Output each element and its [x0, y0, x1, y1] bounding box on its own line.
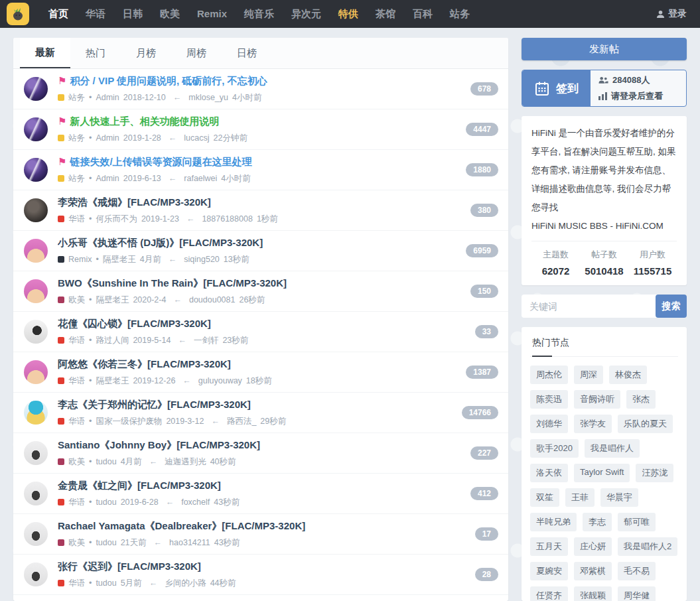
- nav-item[interactable]: 欧美: [151, 0, 188, 28]
- post-author[interactable]: 隔壁老王: [103, 254, 136, 265]
- last-replier[interactable]: foxchelf: [181, 498, 210, 507]
- nav-item[interactable]: 纯音乐: [236, 0, 283, 28]
- last-replier[interactable]: 路西法_: [227, 416, 256, 427]
- post-title-link[interactable]: 小乐哥《执迷不悟 (DJ版)》[FLAC/MP3-320K]: [58, 237, 263, 249]
- post-title-link[interactable]: Rachael Yamagata《Dealbreaker》[FLAC/MP3-3…: [58, 520, 305, 533]
- hot-tag[interactable]: 周华健: [618, 586, 656, 601]
- post-title-link[interactable]: 链接失效/上传错误等资源问题在这里处理: [70, 156, 251, 168]
- avatar[interactable]: [24, 563, 48, 586]
- avatar[interactable]: [24, 239, 48, 263]
- hot-tag[interactable]: 周深: [574, 366, 603, 384]
- last-replier[interactable]: siqing520: [184, 255, 220, 264]
- list-tab[interactable]: 月榜: [121, 38, 171, 68]
- post-category[interactable]: 站务: [68, 173, 85, 184]
- site-logo[interactable]: [7, 3, 29, 25]
- nav-item[interactable]: 站务: [441, 0, 478, 28]
- nav-item[interactable]: 日韩: [114, 0, 151, 28]
- last-replier[interactable]: mklose_yu: [188, 93, 228, 102]
- nav-item[interactable]: 首页: [40, 0, 77, 28]
- last-replier[interactable]: 乡间的小路: [165, 578, 206, 589]
- login-button[interactable]: 登录: [656, 8, 687, 20]
- avatar[interactable]: [24, 360, 48, 384]
- post-author[interactable]: 隔壁老王: [96, 295, 129, 306]
- hot-tag[interactable]: 郁可唯: [618, 513, 656, 531]
- hot-tag[interactable]: 五月天: [530, 537, 568, 556]
- hot-tag[interactable]: 林俊杰: [609, 366, 647, 384]
- hot-tag[interactable]: 庄心妍: [574, 537, 612, 556]
- hot-tag[interactable]: 我是唱作人2: [618, 537, 677, 556]
- post-category[interactable]: 华语: [68, 375, 85, 387]
- avatar[interactable]: [24, 522, 48, 546]
- hot-tag[interactable]: 夏婉安: [530, 562, 568, 580]
- hot-tag[interactable]: 张学友: [574, 415, 612, 433]
- search-button[interactable]: 搜索: [656, 295, 687, 318]
- hot-tag[interactable]: 王菲: [565, 488, 595, 507]
- post-title-link[interactable]: BWO《Sunshine In The Rain》[FLAC/MP3-320K]: [58, 277, 287, 290]
- post-category[interactable]: 华语: [68, 416, 85, 427]
- post-title-link[interactable]: 阿悠悠《你若三冬》[FLAC/MP3-320K]: [58, 358, 231, 371]
- hot-tag[interactable]: 陈奕迅: [530, 390, 568, 409]
- signin-widget[interactable]: 签到 284088人 请登录后查看: [522, 70, 687, 107]
- post-author[interactable]: tudou: [96, 457, 116, 466]
- last-replier[interactable]: guluyouway: [198, 376, 242, 385]
- post-category[interactable]: 欧美: [68, 295, 85, 306]
- post-author[interactable]: tudou: [96, 578, 116, 588]
- hot-tag[interactable]: 任贤齐: [530, 586, 568, 601]
- nav-item[interactable]: 百科: [404, 0, 441, 28]
- post-author[interactable]: tudou: [96, 538, 116, 547]
- hot-tag[interactable]: 邓紫棋: [574, 562, 612, 580]
- last-replier[interactable]: 18876188008: [202, 214, 252, 224]
- last-replier[interactable]: 迪迦遇到光: [165, 456, 206, 468]
- hot-tag[interactable]: 歌手2020: [530, 439, 579, 458]
- hot-tag[interactable]: 双笙: [530, 488, 559, 507]
- post-title-link[interactable]: 李荣浩《戒烟》[FLAC/MP3-320K]: [58, 196, 211, 209]
- last-replier[interactable]: doudou0081: [189, 295, 236, 304]
- post-author[interactable]: Admin: [96, 133, 119, 143]
- avatar[interactable]: [24, 441, 48, 465]
- post-category[interactable]: Remix: [68, 255, 92, 264]
- post-title-link[interactable]: Santiano《Johnny Boy》[FLAC/MP3-320K]: [58, 439, 260, 452]
- avatar[interactable]: [24, 401, 48, 425]
- search-input[interactable]: [522, 295, 658, 318]
- nav-item[interactable]: 异次元: [283, 0, 330, 28]
- hot-tag[interactable]: 周杰伦: [530, 366, 568, 384]
- list-tab[interactable]: 周榜: [171, 38, 222, 68]
- post-category[interactable]: 欧美: [68, 537, 85, 549]
- hot-tag[interactable]: Taylor Swift: [574, 464, 630, 482]
- post-author[interactable]: 路过人间: [96, 335, 129, 346]
- new-post-button[interactable]: 发新帖: [522, 38, 687, 60]
- post-category[interactable]: 欧美: [68, 456, 85, 468]
- last-replier[interactable]: rafaelwei: [184, 174, 217, 183]
- post-category[interactable]: 华语: [68, 335, 85, 346]
- post-title-link[interactable]: 花僮《囚心锁》[FLAC/MP3-320K]: [58, 318, 211, 330]
- list-tab[interactable]: 最新: [20, 38, 70, 68]
- hot-tag[interactable]: 李志: [583, 513, 612, 531]
- hot-tag[interactable]: 张靓颖: [574, 586, 612, 601]
- avatar[interactable]: [24, 320, 48, 344]
- nav-item[interactable]: Remix: [188, 0, 236, 28]
- post-title-link[interactable]: 新人快速上手、相关功能使用说明: [70, 115, 219, 128]
- post-title-link[interactable]: 积分 / VIP 使用问题说明, 砥砺前行, 不忘初心: [70, 75, 267, 88]
- post-category[interactable]: 华语: [68, 214, 85, 225]
- post-category[interactable]: 华语: [68, 578, 85, 589]
- list-tab[interactable]: 热门: [70, 38, 121, 68]
- post-author[interactable]: 隔壁老王: [96, 375, 129, 387]
- hot-tag[interactable]: 我是唱作人: [585, 439, 640, 458]
- hot-tag[interactable]: 半吨兄弟: [530, 513, 577, 531]
- hot-tag[interactable]: 华晨宇: [600, 488, 638, 507]
- signin-stats[interactable]: 284088人 请登录后查看: [591, 70, 686, 106]
- avatar[interactable]: [24, 158, 48, 182]
- hot-tag[interactable]: 张杰: [626, 390, 656, 409]
- post-title-link[interactable]: 金贵晟《虹之间》[FLAC/MP3-320K]: [58, 480, 221, 492]
- post-author[interactable]: Admin: [96, 93, 119, 102]
- hot-tag[interactable]: 乐队的夏天: [618, 415, 673, 433]
- list-tab[interactable]: 日榜: [222, 38, 272, 68]
- nav-item[interactable]: 特供: [330, 0, 367, 28]
- post-category[interactable]: 站务: [68, 133, 85, 144]
- avatar[interactable]: [24, 77, 48, 101]
- post-author[interactable]: 何乐而不为: [96, 214, 137, 225]
- signin-button[interactable]: 签到: [522, 70, 591, 106]
- hot-tag[interactable]: 毛不易: [618, 562, 656, 580]
- avatar[interactable]: [24, 279, 48, 303]
- nav-item[interactable]: 茶馆: [367, 0, 404, 28]
